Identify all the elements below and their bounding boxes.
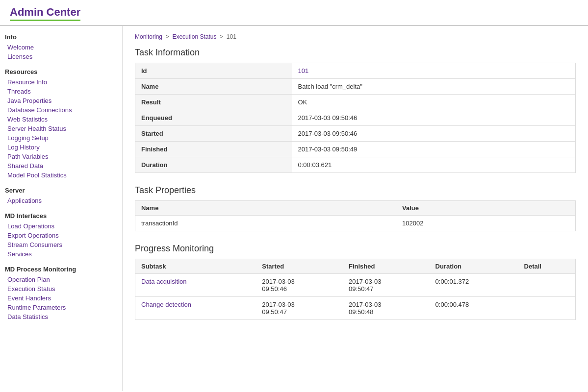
- task-info-row: Finished2017-03-03 09:50:49: [135, 142, 576, 157]
- progress-finished: 2017-03-03 09:50:48: [343, 297, 430, 320]
- sidebar-section-info: Info: [5, 33, 117, 41]
- progress-started: 2017-03-03 09:50:46: [256, 274, 343, 297]
- progress-col-finished: Finished: [343, 259, 430, 274]
- task-info-label: Started: [135, 126, 292, 142]
- sidebar-item-stream-consumers[interactable]: Stream Consumers: [5, 240, 117, 249]
- props-col-value: Value: [396, 201, 575, 216]
- task-info-label: Duration: [135, 157, 292, 173]
- sidebar-item-operation-plan[interactable]: Operation Plan: [5, 275, 117, 284]
- sidebar-item-export-operations[interactable]: Export Operations: [5, 231, 117, 240]
- task-info-label: Name: [135, 79, 292, 95]
- progress-row: Change detection2017-03-03 09:50:472017-…: [135, 297, 576, 320]
- app-title: Admin Center: [10, 6, 80, 21]
- sidebar-item-event-handlers[interactable]: Event Handlers: [5, 294, 117, 303]
- progress-row: Data acquisition2017-03-03 09:50:462017-…: [135, 274, 576, 297]
- task-info-value: 0:00:03.621: [292, 157, 576, 173]
- task-info-row: NameBatch load "crm_delta": [135, 79, 576, 95]
- sidebar: InfoWelcomeLicensesResourcesResource Inf…: [0, 26, 123, 391]
- task-info-row: Enqueued2017-03-03 09:50:46: [135, 110, 576, 126]
- progress-started: 2017-03-03 09:50:47: [256, 297, 343, 320]
- breadcrumb-monitoring[interactable]: Monitoring: [135, 33, 162, 40]
- breadcrumb: Monitoring > Execution Status > 101: [135, 33, 576, 40]
- task-properties-title: Task Properties: [135, 185, 576, 196]
- task-information-title: Task Information: [135, 48, 576, 58]
- task-info-value[interactable]: 101: [292, 63, 576, 79]
- task-info-label: Finished: [135, 142, 292, 157]
- breadcrumb-current: 101: [227, 33, 236, 40]
- progress-duration: 0:00:00.478: [430, 297, 518, 320]
- progress-monitoring-table: Subtask Started Finished Duration Detail…: [135, 259, 576, 320]
- sidebar-item-web-statistics[interactable]: Web Statistics: [5, 115, 117, 124]
- task-info-value: 2017-03-03 09:50:46: [292, 110, 576, 126]
- props-col-name: Name: [135, 201, 397, 216]
- task-info-value: Batch load "crm_delta": [292, 79, 576, 95]
- progress-col-subtask: Subtask: [135, 259, 256, 274]
- sidebar-section-md-process-monitoring: MD Process Monitoring: [5, 266, 117, 273]
- progress-subtask[interactable]: Change detection: [135, 297, 256, 320]
- sidebar-item-data-statistics[interactable]: Data Statistics: [5, 312, 117, 321]
- sidebar-item-server-health-status[interactable]: Server Health Status: [5, 124, 117, 133]
- sidebar-item-execution-status[interactable]: Execution Status: [5, 284, 117, 294]
- sidebar-item-licenses[interactable]: Licenses: [5, 52, 117, 61]
- task-info-row: Id101: [135, 63, 576, 79]
- sidebar-item-logging-setup[interactable]: Logging Setup: [5, 133, 117, 143]
- sidebar-section-md-interfaces: MD Interfaces: [5, 212, 117, 220]
- task-info-row: Duration0:00:03.621: [135, 157, 576, 173]
- progress-col-started: Started: [256, 259, 343, 274]
- progress-subtask[interactable]: Data acquisition: [135, 274, 256, 297]
- sidebar-item-path-variables[interactable]: Path Variables: [5, 152, 117, 161]
- sidebar-item-runtime-parameters[interactable]: Runtime Parameters: [5, 303, 117, 312]
- task-props-row: transactionId102002: [135, 216, 576, 231]
- progress-finished: 2017-03-03 09:50:47: [343, 274, 430, 297]
- sidebar-item-load-operations[interactable]: Load Operations: [5, 221, 117, 231]
- task-info-row: ResultOK: [135, 95, 576, 110]
- task-information-section: Task Information Id101NameBatch load "cr…: [135, 48, 576, 173]
- sidebar-item-resource-info[interactable]: Resource Info: [5, 77, 117, 87]
- progress-monitoring-section: Progress Monitoring Subtask Started Fini…: [135, 244, 576, 320]
- sidebar-item-services[interactable]: Services: [5, 249, 117, 259]
- task-info-value: OK: [292, 95, 576, 110]
- task-properties-section: Task Properties Name Value transactionId…: [135, 185, 576, 231]
- main-content: Monitoring > Execution Status > 101 Task…: [123, 26, 588, 391]
- task-info-label: Id: [135, 63, 292, 79]
- progress-col-detail: Detail: [518, 259, 576, 274]
- task-properties-table: Name Value transactionId102002: [135, 200, 576, 231]
- progress-col-duration: Duration: [430, 259, 518, 274]
- sidebar-item-database-connections[interactable]: Database Connections: [5, 105, 117, 115]
- task-info-value: 2017-03-03 09:50:49: [292, 142, 576, 157]
- progress-monitoring-title: Progress Monitoring: [135, 244, 576, 254]
- task-info-value: 2017-03-03 09:50:46: [292, 126, 576, 142]
- sidebar-item-shared-data[interactable]: Shared Data: [5, 161, 117, 171]
- sidebar-item-java-properties[interactable]: Java Properties: [5, 96, 117, 105]
- task-props-name: transactionId: [135, 216, 397, 231]
- breadcrumb-execution-status[interactable]: Execution Status: [172, 33, 216, 40]
- sidebar-section-server: Server: [5, 187, 117, 194]
- progress-detail: [518, 274, 576, 297]
- sidebar-item-threads[interactable]: Threads: [5, 87, 117, 96]
- task-information-table: Id101NameBatch load "crm_delta"ResultOKE…: [135, 63, 576, 173]
- sidebar-item-log-history[interactable]: Log History: [5, 143, 117, 152]
- task-props-value: 102002: [396, 216, 575, 231]
- task-info-row: Started2017-03-03 09:50:46: [135, 126, 576, 142]
- sidebar-item-applications[interactable]: Applications: [5, 196, 117, 205]
- task-info-label: Result: [135, 95, 292, 110]
- progress-detail: [518, 297, 576, 320]
- sidebar-item-welcome[interactable]: Welcome: [5, 43, 117, 52]
- sidebar-item-model-pool-statistics[interactable]: Model Pool Statistics: [5, 171, 117, 180]
- progress-duration: 0:00:01.372: [430, 274, 518, 297]
- header: Admin Center: [0, 0, 588, 26]
- sidebar-section-resources: Resources: [5, 68, 117, 75]
- task-info-label: Enqueued: [135, 110, 292, 126]
